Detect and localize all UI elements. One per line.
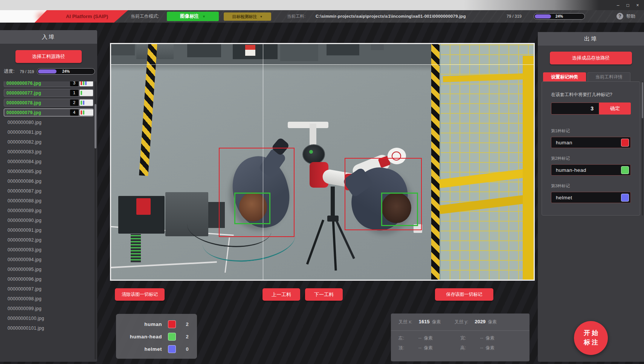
legend-label: human — [116, 321, 162, 327]
confirm-button[interactable]: 确定 — [599, 102, 631, 115]
label-count-row: 确定 — [551, 102, 631, 115]
file-name: 0000000091.jpg — [4, 228, 93, 233]
file-name: 0000000078.jpg — [4, 100, 70, 106]
file-row[interactable]: 00000000101.jpg — [4, 324, 93, 332]
next-item-button[interactable]: 下一工料 — [305, 288, 343, 301]
app-title: AI Platform (SAIP) — [55, 14, 108, 19]
file-name: 0000000087.jpg — [4, 188, 93, 194]
file-row[interactable]: 0000000082.jpg — [4, 138, 93, 146]
crosshair-x-label: 叉丝 x: — [398, 319, 412, 325]
file-row[interactable]: 0000000093.jpg — [4, 246, 93, 254]
file-name: 0000000079.jpg — [4, 110, 70, 115]
help-icon: ? — [617, 13, 623, 20]
file-name: 0000000076.jpg — [4, 81, 70, 86]
sidebar-progress-percent: 24% — [37, 69, 95, 74]
file-row[interactable]: 0000000092.jpg — [4, 236, 93, 244]
file-name: 0000000099.jpg — [4, 306, 93, 311]
file-row[interactable]: 0000000098.jpg — [4, 295, 93, 303]
label-count-question: 在该套工料中将要打几种标记? — [551, 92, 631, 98]
current-file-label: 当前工料: — [287, 10, 305, 23]
file-row[interactable]: 0000000077.jpg1 — [4, 89, 93, 97]
legend-count: 2 — [182, 334, 192, 340]
mode-dropdown-image-annotation[interactable]: 图像标注 ▼ — [167, 12, 219, 21]
start-annotation-button[interactable]: 开始 标注 — [574, 321, 608, 355]
file-row[interactable]: 0000000086.jpg — [4, 177, 93, 185]
file-name: 0000000092.jpg — [4, 237, 93, 243]
label-colors-chip — [79, 99, 93, 106]
box-width-label: 宽: — [460, 335, 466, 341]
blue-label-bar — [85, 81, 87, 85]
mode-dropdown-detection-type[interactable]: 目标检测标注 ▼ — [224, 12, 271, 21]
file-row[interactable]: 0000000084.jpg — [4, 158, 93, 165]
file-row[interactable]: 0000000087.jpg — [4, 187, 93, 195]
label-type-caption: 第2种标记 — [551, 156, 631, 161]
previous-item-button[interactable]: 上一工料 — [262, 288, 300, 301]
file-row[interactable]: 0000000078.jpg2 — [4, 99, 93, 107]
file-row[interactable]: 0000000091.jpg — [4, 226, 93, 234]
file-row[interactable]: 0000000099.jpg — [4, 304, 93, 312]
legend-count: 0 — [182, 346, 192, 352]
file-name: 0000000081.jpg — [4, 130, 93, 135]
file-row[interactable]: 0000000079.jpg4 — [4, 109, 93, 116]
tab-current-item-details[interactable]: 当前工料详情 — [588, 72, 630, 81]
red-label-bar — [81, 110, 82, 115]
file-row[interactable]: 0000000081.jpg — [4, 128, 93, 136]
file-row[interactable]: 0000000076.jpg3 — [4, 81, 93, 87]
legend-row: helmet0 — [116, 343, 193, 355]
box-left-value: -- — [405, 335, 421, 341]
label-name-input[interactable] — [556, 195, 621, 200]
file-row[interactable]: 0000000095.jpg — [4, 265, 93, 273]
box-top-value: -- — [405, 345, 421, 350]
settings-scrollbar-thumb[interactable] — [642, 82, 643, 118]
annotation-box-human-head-2[interactable] — [234, 193, 270, 224]
help-button[interactable]: ? 帮助 — [617, 13, 635, 20]
clear-annotations-button[interactable]: 清除该图一切标记 — [115, 288, 165, 301]
file-name: 0000000083.jpg — [4, 149, 93, 154]
human-color-picker[interactable] — [621, 139, 629, 147]
green-label-bar — [83, 110, 84, 115]
maximize-icon[interactable]: □ — [623, 2, 633, 9]
annotation-canvas — [110, 43, 535, 281]
file-row[interactable]: 0000000085.jpg — [4, 167, 93, 175]
human-head-color-picker[interactable] — [621, 166, 629, 174]
label-name-field[interactable] — [551, 137, 631, 148]
file-row[interactable]: 0000000080.jpg — [4, 118, 93, 126]
file-row[interactable]: 0000000088.jpg — [4, 197, 93, 205]
workshop-photo[interactable] — [111, 44, 534, 280]
select-output-path-button[interactable]: 选择成品存放路径 — [550, 52, 632, 64]
save-annotations-button[interactable]: 保存该图一切标记 — [435, 288, 493, 301]
appbar: AI Platform (SAIP) 当前工作模式: 图像标注 ▼ 目标检测标注… — [0, 10, 644, 23]
file-row[interactable]: 0000000097.jpg — [4, 285, 93, 293]
settings-scrollbar — [642, 81, 643, 216]
appbar-progress-bar: 24% — [534, 13, 585, 20]
annotation-box-human-head-4[interactable] — [381, 193, 418, 226]
file-row[interactable]: 0000000096.jpg — [4, 275, 93, 283]
label-count-input[interactable] — [551, 102, 599, 115]
tab-set-label-types[interactable]: 设置标记种类 — [543, 72, 586, 81]
close-icon[interactable]: × — [633, 2, 642, 9]
file-row[interactable]: 0000000083.jpg — [4, 148, 93, 156]
box-left-label: 左: — [398, 335, 404, 341]
label-fields: 第1种标记第2种标记第3种标记 — [542, 128, 640, 203]
file-list-scrollbar-thumb[interactable] — [95, 104, 96, 148]
mode-primary-label: 图像标注 — [180, 13, 199, 20]
helmet-color-swatch — [168, 345, 176, 353]
file-row[interactable]: 0000000089.jpg — [4, 206, 93, 214]
helmet-color-picker[interactable] — [621, 194, 629, 202]
file-name: 0000000097.jpg — [4, 286, 93, 292]
file-row[interactable]: 0000000090.jpg — [4, 216, 93, 224]
appbar-progress-percent: 24% — [534, 14, 584, 19]
crosshair-y-label: 叉丝 y: — [455, 319, 469, 325]
label-colors-chip — [79, 81, 93, 86]
file-row[interactable]: 0000000094.jpg — [4, 255, 93, 263]
label-name-field[interactable] — [551, 164, 631, 176]
sidebar-progress-row: 进度: 79 / 319 24% — [0, 68, 97, 75]
annotation-count-badge: 3 — [70, 81, 78, 86]
select-source-path-button[interactable]: 选择工料源路径 — [15, 50, 82, 63]
minimize-icon[interactable]: – — [613, 2, 623, 9]
label-name-input[interactable] — [556, 140, 621, 145]
file-name: 0000000085.jpg — [4, 169, 93, 174]
file-row[interactable]: 00000000100.jpg — [4, 314, 93, 322]
label-name-input[interactable] — [556, 167, 621, 173]
label-name-field[interactable] — [551, 192, 631, 203]
